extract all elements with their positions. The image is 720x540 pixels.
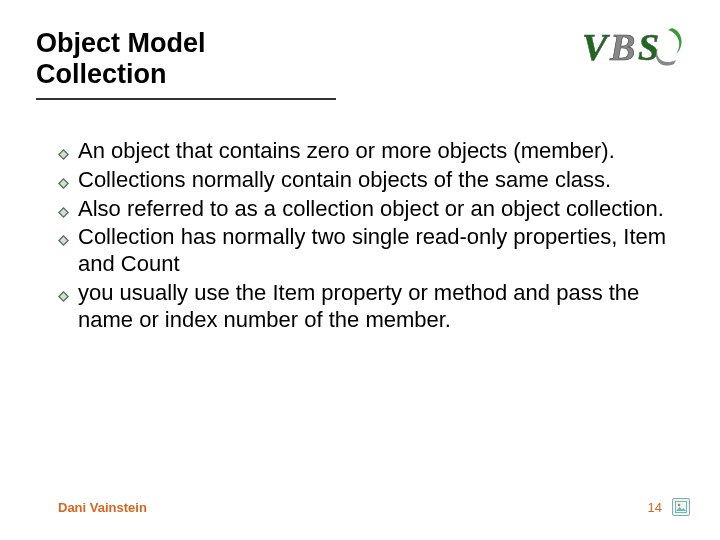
bullet-icon	[58, 146, 78, 164]
vbs-logo: V B S	[582, 22, 690, 74]
list-item-text: Collection has normally two single read-…	[78, 224, 680, 278]
bullet-icon	[58, 232, 78, 250]
slide: Object Model Collection V B S An object …	[0, 0, 720, 540]
list-item-text: Collections normally contain objects of …	[78, 167, 611, 194]
title-line-1: Object Model	[36, 28, 206, 58]
author-name: Dani Vainstein	[58, 500, 147, 515]
svg-point-4	[678, 504, 681, 507]
svg-text:B: B	[609, 26, 635, 68]
image-placeholder-icon	[672, 498, 690, 516]
title-line-2: Collection	[36, 59, 167, 89]
title-underline	[36, 98, 336, 100]
list-item-text: An object that contains zero or more obj…	[78, 138, 615, 165]
bullet-icon	[58, 288, 78, 306]
bullet-icon	[58, 175, 78, 193]
slide-body: An object that contains zero or more obj…	[58, 138, 680, 336]
list-item: An object that contains zero or more obj…	[58, 138, 680, 165]
footer-right: 14	[648, 498, 690, 516]
list-item-text: you usually use the Item property or met…	[78, 280, 680, 334]
page-number: 14	[648, 500, 662, 515]
list-item-text: Also referred to as a collection object …	[78, 196, 664, 223]
list-item: Collection has normally two single read-…	[58, 224, 680, 278]
slide-footer: Dani Vainstein 14	[58, 498, 690, 516]
svg-text:V: V	[582, 26, 610, 68]
list-item: Collections normally contain objects of …	[58, 167, 680, 194]
svg-text:S: S	[638, 26, 659, 68]
list-item: Also referred to as a collection object …	[58, 196, 680, 223]
list-item: you usually use the Item property or met…	[58, 280, 680, 334]
bullet-icon	[58, 204, 78, 222]
